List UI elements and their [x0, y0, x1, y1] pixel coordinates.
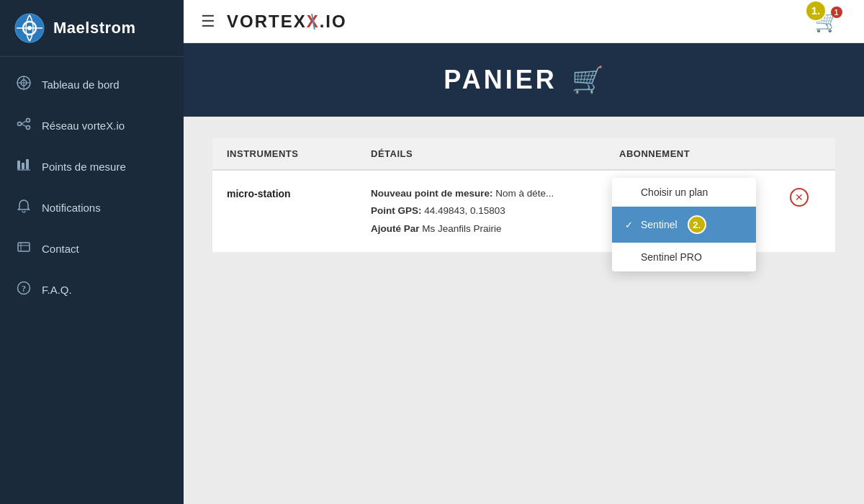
tableau-icon [16, 76, 32, 94]
topbar: ☰ VORTEX X .IO 1. 🛒 1 [184, 0, 864, 43]
main-area: ☰ VORTEX X .IO 1. 🛒 1 [184, 0, 864, 504]
sidebar-item-faq[interactable]: ? F.A.Q. [0, 269, 184, 310]
sidebar-item-reseau-label: Réseau vorteX.io [42, 120, 125, 132]
dropdown-option-sentinel[interactable]: ✓ Sentinel 2. [612, 207, 756, 243]
svg-point-7 [27, 126, 30, 130]
sidebar-nav: Tableau de bord Réseau vorteX.io [0, 57, 184, 504]
details-cell: Nouveau point de mesure: Nom à déte... P… [371, 185, 619, 238]
detail-ajout-label: Ajouté Par [371, 223, 420, 234]
svg-rect-10 [17, 161, 20, 169]
sidebar-item-faq-label: F.A.Q. [42, 284, 72, 296]
col-abonnement: ABONNEMENT [619, 148, 778, 159]
delete-cell: ✕ [778, 185, 821, 207]
reseau-icon [16, 117, 32, 135]
dropdown-option-sentinel-pro[interactable]: Sentinel PRO [612, 243, 756, 271]
svg-text:?: ? [22, 284, 26, 294]
table-row: micro-station Nouveau point de mesure: N… [212, 171, 835, 253]
sidebar-item-reseau[interactable]: Réseau vorteX.io [0, 105, 184, 146]
topbar-right: 1. 🛒 1 [806, 1, 847, 42]
panier-title: PANIER [444, 65, 557, 95]
app-logo-icon [14, 13, 45, 43]
detail-gps-value: 44.49843, 0.15803 [424, 205, 505, 216]
cart-count-badge: 1 [831, 6, 842, 18]
page-content: PANIER 🛒 INSTRUMENTS DÉTAILS ABONNEMENT … [184, 43, 864, 504]
points-icon [16, 158, 32, 176]
sidebar-item-points[interactable]: Points de mesure [0, 146, 184, 187]
sidebar-item-tableau[interactable]: Tableau de bord [0, 64, 184, 105]
brand-name: VORTEX X .IO [227, 12, 347, 32]
sidebar-logo: Maelstrom [0, 0, 184, 57]
notifications-icon [16, 199, 32, 217]
detail-gps-label: Point GPS: [371, 205, 422, 216]
choisir-label: Choisir un plan [641, 186, 708, 198]
cart-table: INSTRUMENTS DÉTAILS ABONNEMENT micro-sta… [212, 138, 835, 253]
sidebar-item-contact[interactable]: Contact [0, 228, 184, 269]
detail-point: Nouveau point de mesure: Nom à déte... [371, 185, 619, 202]
faq-icon: ? [16, 281, 32, 299]
svg-point-6 [27, 119, 30, 122]
svg-line-8 [22, 121, 27, 124]
svg-line-9 [22, 124, 27, 127]
svg-rect-12 [26, 159, 29, 169]
step1-badge: 1. [805, 0, 827, 22]
sentinel-check: ✓ [625, 220, 635, 230]
step2-badge: 2. [688, 215, 706, 234]
choisir-check [625, 187, 635, 198]
detail-point-label: Nouveau point de mesure: [371, 188, 493, 199]
delete-button[interactable]: ✕ [790, 188, 809, 207]
detail-gps: Point GPS: 44.49843, 0.15803 [371, 202, 619, 220]
table-header: INSTRUMENTS DÉTAILS ABONNEMENT [212, 138, 835, 171]
sidebar-item-contact-label: Contact [42, 243, 79, 255]
panier-cart-icon: 🛒 [572, 65, 604, 95]
sidebar-item-points-label: Points de mesure [42, 161, 126, 173]
svg-point-5 [18, 122, 22, 126]
sidebar-item-notifications-label: Notifications [42, 202, 101, 214]
col-actions [778, 148, 821, 159]
col-instruments: INSTRUMENTS [227, 148, 371, 159]
sentinel-label: Sentinel [641, 219, 678, 230]
subscription-dropdown[interactable]: Choisir un plan ✓ Sentinel 2. Sentinel P… [612, 178, 756, 271]
hamburger-button[interactable]: ☰ [201, 12, 215, 31]
sidebar-item-notifications[interactable]: Notifications [0, 187, 184, 228]
sidebar-item-tableau-label: Tableau de bord [42, 78, 120, 91]
contact-icon [16, 240, 32, 258]
dropdown-option-choisir[interactable]: Choisir un plan [612, 178, 756, 207]
detail-ajout-value: Ms Jeanfils Prairie [422, 223, 501, 234]
sentinel-pro-check [625, 252, 635, 263]
cart-wrapper[interactable]: 1. 🛒 1 [806, 1, 847, 42]
detail-ajout: Ajouté Par Ms Jeanfils Prairie [371, 220, 619, 238]
panier-header: PANIER 🛒 [184, 43, 864, 117]
svg-rect-14 [18, 243, 30, 251]
col-details: DÉTAILS [371, 148, 619, 159]
brand-logo: VORTEX X .IO [227, 12, 347, 32]
svg-rect-11 [22, 163, 24, 169]
sidebar: Maelstrom Tableau de bord [0, 0, 184, 504]
detail-point-value: Nom à déte... [495, 188, 554, 199]
app-name: Maelstrom [53, 19, 136, 37]
sentinel-pro-label: Sentinel PRO [641, 251, 702, 263]
instrument-name: micro-station [227, 185, 371, 199]
